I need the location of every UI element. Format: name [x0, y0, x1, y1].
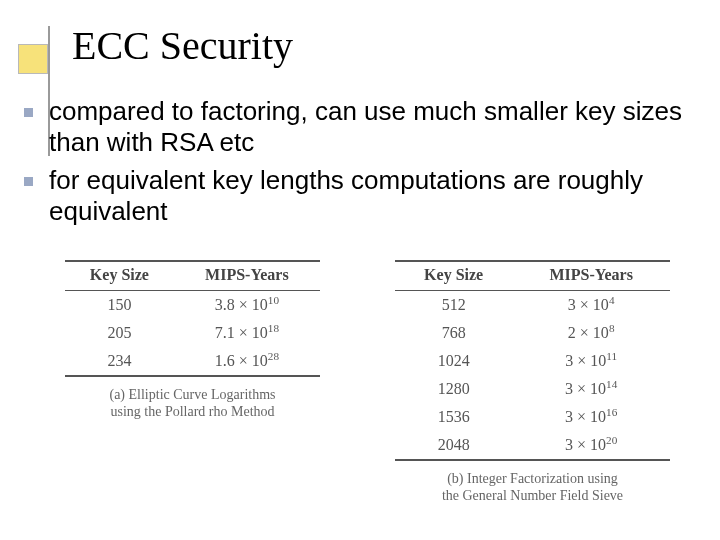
- slide: ECC Security compared to factoring, can …: [0, 0, 720, 540]
- col-keysize: Key Size: [395, 261, 512, 291]
- table-row: 150 3.8 × 1010: [65, 291, 320, 320]
- table-row: 205 7.1 × 1018: [65, 319, 320, 347]
- cell-mips: 3 × 104: [512, 291, 670, 320]
- cell-mips: 3 × 1020: [512, 431, 670, 460]
- cell-key: 234: [65, 347, 174, 376]
- col-mipsyears: MIPS-Years: [512, 261, 670, 291]
- table-row: 768 2 × 108: [395, 319, 670, 347]
- slide-title: ECC Security: [72, 24, 293, 68]
- bullet-icon: [24, 177, 33, 186]
- cell-key: 1536: [395, 403, 512, 431]
- cell-mips: 3 × 1011: [512, 347, 670, 375]
- table-row: 1280 3 × 1014: [395, 375, 670, 403]
- cell-key: 205: [65, 319, 174, 347]
- cell-mips: 3 × 1016: [512, 403, 670, 431]
- list-item: for equivalent key lengths computations …: [24, 165, 704, 226]
- cell-key: 768: [395, 319, 512, 347]
- col-mipsyears: MIPS-Years: [174, 261, 320, 291]
- table-a-caption: (a) Elliptic Curve Logarithms using the …: [65, 387, 320, 421]
- cell-mips: 1.6 × 1028: [174, 347, 320, 376]
- table-row: 234 1.6 × 1028: [65, 347, 320, 376]
- cell-key: 1024: [395, 347, 512, 375]
- cell-mips: 3 × 1014: [512, 375, 670, 403]
- table-a: Key Size MIPS-Years 150 3.8 × 1010 205 7…: [65, 260, 320, 505]
- cell-key: 150: [65, 291, 174, 320]
- cell-mips: 7.1 × 1018: [174, 319, 320, 347]
- accent-square: [18, 44, 48, 74]
- cell-mips: 2 × 108: [512, 319, 670, 347]
- cell-key: 1280: [395, 375, 512, 403]
- bullet-icon: [24, 108, 33, 117]
- bullet-list: compared to factoring, can use much smal…: [24, 96, 704, 235]
- bullet-text: for equivalent key lengths computations …: [49, 165, 704, 226]
- cell-key: 512: [395, 291, 512, 320]
- table-row: 1024 3 × 1011: [395, 347, 670, 375]
- cell-mips: 3.8 × 1010: [174, 291, 320, 320]
- col-keysize: Key Size: [65, 261, 174, 291]
- table-row: 1536 3 × 1016: [395, 403, 670, 431]
- tables-area: Key Size MIPS-Years 150 3.8 × 1010 205 7…: [65, 260, 670, 505]
- table-row: 512 3 × 104: [395, 291, 670, 320]
- bullet-text: compared to factoring, can use much smal…: [49, 96, 704, 157]
- table-row: 2048 3 × 1020: [395, 431, 670, 460]
- cell-key: 2048: [395, 431, 512, 460]
- table-b-caption: (b) Integer Factorization using the Gene…: [395, 471, 670, 505]
- list-item: compared to factoring, can use much smal…: [24, 96, 704, 157]
- table-b: Key Size MIPS-Years 512 3 × 104 768 2 × …: [395, 260, 670, 505]
